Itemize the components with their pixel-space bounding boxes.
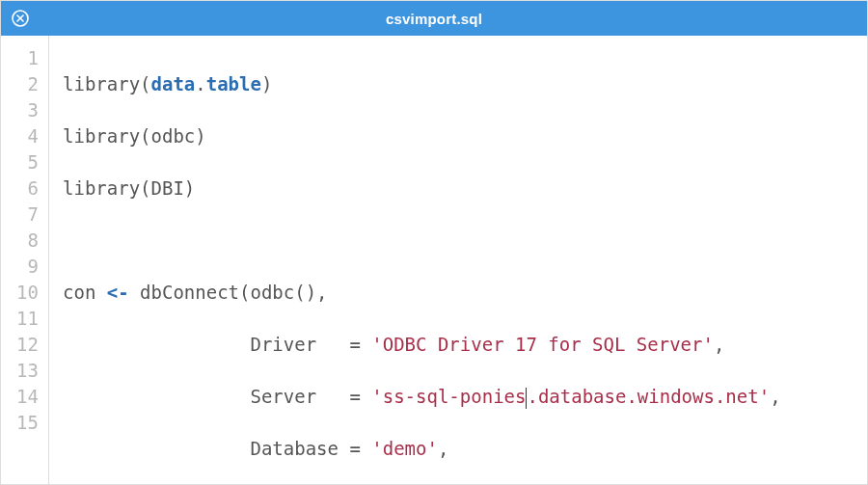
line-number: 8 — [1, 228, 39, 254]
code-area[interactable]: library(data.table) library(odbc) librar… — [49, 36, 801, 485]
line-number: 2 — [1, 71, 39, 97]
code-editor[interactable]: 1 2 3 4 5 6 7 8 9 10 11 12 13 14 15 libr… — [1, 36, 867, 485]
line-number: 6 — [1, 175, 39, 202]
file-title: csvimport.sql — [386, 11, 482, 27]
code-line[interactable]: library(data.table) — [63, 71, 801, 97]
line-number: 14 — [1, 384, 39, 410]
code-line[interactable]: Server = 'ss-sql-ponies.database.windows… — [63, 384, 801, 410]
title-bar: csvimport.sql — [1, 1, 867, 36]
code-line[interactable] — [63, 228, 801, 254]
code-line[interactable]: Driver = 'ODBC Driver 17 for SQL Server'… — [63, 332, 801, 358]
line-number: 13 — [1, 358, 39, 384]
line-number: 7 — [1, 202, 39, 228]
close-icon — [12, 10, 29, 27]
code-line[interactable]: library(odbc) — [63, 123, 801, 149]
code-line[interactable]: Database = 'demo', — [63, 436, 801, 462]
line-number: 5 — [1, 149, 39, 175]
line-number: 10 — [1, 280, 39, 306]
line-number: 11 — [1, 306, 39, 332]
close-button[interactable] — [11, 9, 30, 28]
line-number: 3 — [1, 97, 39, 123]
code-line[interactable]: library(DBI) — [63, 175, 801, 202]
line-number: 1 — [1, 45, 39, 71]
code-line[interactable]: con <- dbConnect(odbc(), — [63, 280, 801, 306]
line-number: 15 — [1, 410, 39, 436]
line-number-gutter: 1 2 3 4 5 6 7 8 9 10 11 12 13 14 15 — [1, 36, 49, 485]
line-number: 9 — [1, 254, 39, 280]
line-number: 12 — [1, 332, 39, 358]
line-number: 4 — [1, 123, 39, 149]
